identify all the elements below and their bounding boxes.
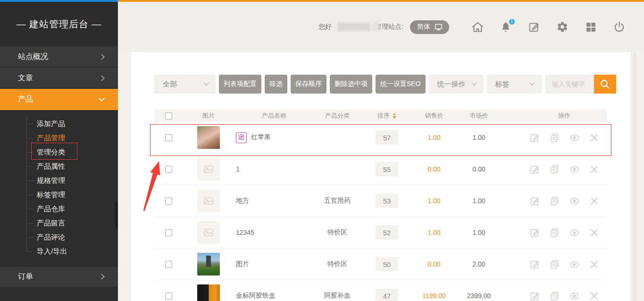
copy-icon[interactable] — [549, 164, 560, 175]
copy-icon[interactable] — [549, 227, 560, 238]
tag-dropdown[interactable]: 标签 — [487, 75, 542, 94]
submenu-product-attributes[interactable]: 产品属性 — [0, 159, 118, 173]
apps-button[interactable] — [585, 21, 597, 34]
image-placeholder-icon — [203, 163, 214, 175]
list-config-button[interactable]: 列表项配置 — [219, 75, 261, 94]
group-buy-badge: 团 — [236, 132, 247, 143]
sort-value[interactable]: 55 — [376, 162, 398, 176]
batch-operation-dropdown[interactable]: 统一操作 — [429, 75, 484, 94]
sidebar-item-products[interactable]: 产品 — [0, 89, 118, 110]
sidebar-scrollbar[interactable] — [116, 201, 117, 229]
copy-icon[interactable] — [549, 132, 560, 143]
delete-icon[interactable] — [589, 259, 600, 270]
product-category: 阿胶补血 — [314, 292, 361, 300]
edit-icon[interactable] — [529, 259, 540, 270]
product-image-placeholder[interactable] — [197, 189, 220, 212]
submenu-product-messages[interactable]: 产品留言 — [0, 216, 118, 230]
submenu-import-export[interactable]: 导入/导出 — [0, 244, 118, 258]
sale-price: 1199.00 — [413, 292, 455, 300]
copy-icon[interactable] — [549, 259, 560, 270]
sort-value[interactable]: 52 — [376, 225, 398, 240]
sidebar-item-orders[interactable]: 订单 — [0, 266, 118, 287]
edit-icon[interactable] — [529, 164, 540, 175]
save-order-button[interactable]: 保存顺序 — [291, 75, 326, 94]
eye-icon[interactable] — [569, 291, 580, 301]
gear-icon — [556, 21, 569, 33]
edit-icon[interactable] — [529, 196, 540, 206]
home-button[interactable] — [471, 21, 484, 34]
monitor-icon — [434, 23, 443, 32]
table-header: 图片 产品名称 产品分类 排序 销售价 市场价 操作 — [154, 110, 607, 122]
market-price: 1.00 — [455, 229, 502, 236]
sidebar-item-label: 订单 — [18, 272, 33, 282]
product-image[interactable] — [197, 253, 220, 275]
submenu-product-warehouse[interactable]: 产品仓库 — [0, 202, 118, 216]
delete-icon[interactable] — [589, 227, 600, 238]
search-button[interactable] — [594, 75, 616, 94]
delete-icon[interactable] — [589, 196, 600, 206]
sort-value[interactable]: 50 — [376, 257, 398, 271]
row-checkbox[interactable] — [165, 229, 172, 236]
eye-icon[interactable] — [569, 259, 580, 270]
product-name: 12345 — [236, 229, 254, 236]
col-actions: 操作 — [502, 112, 607, 120]
col-image: 图片 — [183, 112, 234, 120]
edit-icon[interactable] — [529, 132, 540, 143]
sidebar-item-articles[interactable]: 文章 — [0, 68, 118, 89]
copy-icon[interactable] — [549, 196, 560, 206]
product-image-placeholder[interactable] — [197, 158, 220, 181]
select-all-checkbox[interactable] — [165, 112, 172, 120]
search-input[interactable] — [545, 75, 594, 94]
copy-icon[interactable] — [549, 291, 560, 301]
eye-icon[interactable] — [569, 132, 580, 143]
page-scrollbar[interactable] — [633, 52, 636, 301]
submenu-manage-categories[interactable]: 管理分类 — [0, 145, 118, 159]
notifications-button[interactable]: 1 — [500, 21, 512, 34]
col-name: 产品名称 — [234, 112, 314, 120]
product-image[interactable] — [197, 126, 220, 149]
table-row: 12345 特价区 52 1.00 1.00 — [154, 217, 607, 249]
sort-value[interactable]: 57 — [376, 130, 398, 145]
sort-arrows-icon[interactable] — [393, 113, 396, 119]
language-switch-button[interactable]: 简体 — [410, 20, 449, 34]
chevron-right-icon — [99, 54, 105, 60]
greeting-label: 您好 — [318, 23, 332, 31]
eye-icon[interactable] — [569, 227, 580, 238]
filter-all-dropdown[interactable]: 全部 — [154, 75, 216, 94]
submenu-spec-management[interactable]: 规格管理 — [0, 173, 118, 188]
row-checkbox[interactable] — [165, 261, 172, 268]
set-seo-button[interactable]: 统一设置SEO — [376, 75, 426, 94]
delete-icon[interactable] — [589, 132, 600, 143]
delete-icon[interactable] — [589, 164, 600, 175]
search-box — [545, 75, 616, 94]
row-checkbox[interactable] — [165, 134, 172, 141]
toolbar: 全部 列表项配置 筛选 保存顺序 删除选中项 统一设置SEO 统一操作 标签 — [154, 75, 616, 94]
chevron-down-icon — [471, 80, 477, 86]
submenu-add-product[interactable]: 添加产品 — [0, 117, 118, 131]
logout-button[interactable] — [613, 21, 626, 34]
product-image-placeholder[interactable] — [197, 221, 220, 244]
sale-price: 0.00 — [413, 165, 455, 173]
market-price: 1.00 — [455, 134, 502, 141]
product-image[interactable] — [197, 284, 220, 301]
sort-value[interactable]: 47 — [376, 289, 398, 301]
settings-button[interactable] — [556, 21, 569, 34]
compose-button[interactable] — [528, 21, 541, 34]
row-checkbox[interactable] — [165, 198, 172, 205]
eye-icon[interactable] — [569, 196, 580, 206]
submenu-product-reviews[interactable]: 产品评论 — [0, 230, 118, 244]
submenu-tag-management[interactable]: 标签管理 — [0, 188, 118, 202]
delete-icon[interactable] — [589, 291, 600, 301]
eye-icon[interactable] — [569, 164, 580, 175]
edit-icon[interactable] — [529, 291, 540, 301]
submenu-product-management[interactable]: 产品管理 — [0, 131, 118, 145]
col-sort[interactable]: 排序 — [361, 112, 413, 120]
row-checkbox[interactable] — [165, 166, 172, 173]
search-icon — [599, 78, 611, 90]
sort-value[interactable]: 53 — [376, 194, 398, 208]
edit-icon[interactable] — [529, 227, 540, 238]
sidebar-item-site-overview[interactable]: 站点概况 — [0, 46, 118, 68]
filter-button[interactable]: 筛选 — [265, 75, 287, 94]
row-checkbox[interactable] — [165, 292, 172, 300]
delete-selected-button[interactable]: 删除选中项 — [330, 75, 372, 94]
